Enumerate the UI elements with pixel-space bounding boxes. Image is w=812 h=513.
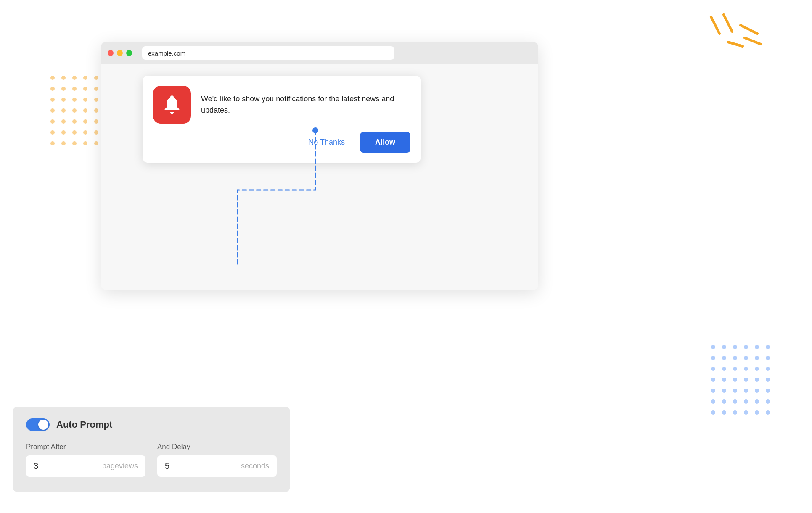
bell-icon [161, 94, 183, 116]
and-delay-input-box: 5 seconds [157, 455, 277, 477]
auto-prompt-label: Auto Prompt [56, 419, 112, 430]
browser-body: We'd like to show you notifications for … [101, 64, 538, 290]
svg-line-1 [724, 15, 732, 32]
browser-window: example.com We'd like to show you notifi… [101, 42, 538, 290]
and-delay-label: And Delay [157, 443, 277, 451]
popup-top: We'd like to show you notifications for … [153, 86, 410, 124]
prompt-after-group: Prompt After 3 pageviews [26, 443, 145, 477]
no-thanks-button[interactable]: No Thanks [303, 135, 350, 150]
and-delay-value: 5 [165, 461, 175, 471]
traffic-light-red[interactable] [108, 50, 114, 56]
popup-message: We'd like to show you notifications for … [201, 93, 410, 116]
prompt-after-label: Prompt After [26, 443, 145, 451]
bell-icon-wrapper [153, 86, 191, 124]
svg-line-3 [745, 38, 761, 44]
address-bar[interactable]: example.com [142, 46, 394, 60]
decorative-dots-blue: (function() { const container = document… [711, 345, 778, 429]
allow-button[interactable]: Allow [360, 132, 410, 153]
browser-titlebar: example.com [101, 42, 538, 64]
svg-line-4 [728, 42, 743, 46]
fields-row: Prompt After 3 pageviews And Delay 5 sec… [26, 443, 277, 477]
prompt-after-input-box: 3 pageviews [26, 455, 145, 477]
svg-line-2 [741, 25, 757, 34]
prompt-after-unit: pageviews [102, 462, 138, 471]
settings-panel: Auto Prompt Prompt After 3 pageviews And… [13, 407, 290, 492]
notification-popup: We'd like to show you notifications for … [143, 76, 421, 163]
auto-prompt-toggle-row: Auto Prompt [26, 418, 277, 431]
prompt-after-value: 3 [34, 461, 44, 471]
url-text: example.com [148, 50, 185, 57]
and-delay-unit: seconds [241, 462, 269, 471]
and-delay-group: And Delay 5 seconds [157, 443, 277, 477]
traffic-light-yellow[interactable] [117, 50, 123, 56]
auto-prompt-toggle[interactable] [26, 418, 50, 431]
traffic-light-green[interactable] [126, 50, 132, 56]
popup-actions: No Thanks Allow [153, 132, 410, 153]
svg-line-0 [711, 17, 719, 34]
decorative-lines-icon [686, 13, 762, 63]
